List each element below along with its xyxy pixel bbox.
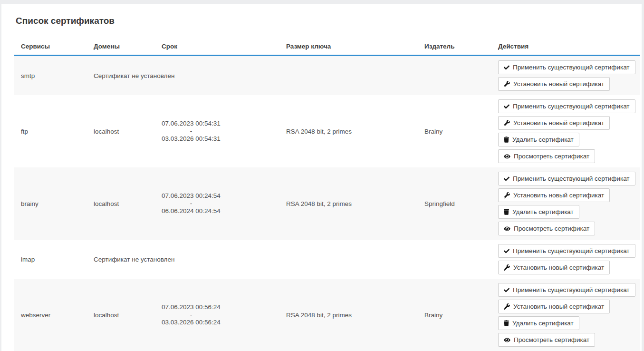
service-cell: brainy [14,167,87,240]
install-certificate-button[interactable]: Установить новый сертификат [498,188,610,202]
issuer-cell: Brainy [418,279,491,351]
eye-icon [504,337,510,343]
trash-icon [504,209,509,215]
install-certificate-button[interactable]: Установить новый сертификат [498,116,610,130]
apply-certificate-button[interactable]: Применить существующий сертификат [498,172,635,185]
service-cell: imap [14,240,87,279]
table-row-brainy: brainylocalhost07.06.2023 00:24:54-06.06… [14,167,640,240]
actions-cell: Применить существующий сертификатУстанов… [491,95,640,167]
button-label: Установить новый сертификат [513,264,604,271]
apply-certificate-button[interactable]: Применить существующий сертификат [498,60,635,74]
delete-certificate-button[interactable]: Удалить сертификат [498,205,579,219]
install-certificate-button[interactable]: Установить новый сертификат [498,261,610,274]
button-label: Удалить сертификат [512,136,574,143]
column-header-keysize: Размер ключа [279,40,418,56]
certificate-not-installed-cell: Сертификат не установлен [87,240,491,279]
button-label: Просмотреть сертификат [514,153,589,160]
term-cell: 07.06.2023 00:24:54-06.06.2024 00:24:54 [155,167,279,240]
service-cell: ftp [14,95,87,167]
key-size-cell: RSA 2048 bit, 2 primes [279,279,418,351]
key-size-cell: RSA 2048 bit, 2 primes [279,167,418,240]
key-size-cell: RSA 2048 bit, 2 primes [279,95,418,167]
actions-group: Применить существующий сертификатУстанов… [498,244,634,274]
term-range: 07.06.2023 00:56:24-03.03.2026 00:56:24 [162,303,221,326]
view-certificate-button[interactable]: Просмотреть сертификат [498,222,595,235]
term-range: 07.06.2023 00:24:54-06.06.2024 00:24:54 [162,192,221,215]
term-to: 03.03.2026 00:54:31 [162,135,221,143]
apply-certificate-button[interactable]: Применить существующий сертификат [498,99,635,113]
actions-cell: Применить существующий сертификатУстанов… [491,240,640,279]
button-label: Установить новый сертификат [513,80,604,88]
domain-cell: localhost [87,279,155,351]
term-cell: 07.06.2023 00:56:24-03.03.2026 00:56:24 [155,279,279,351]
table-row-webserver: webserverlocalhost07.06.2023 00:56:24-03… [14,279,640,351]
wrench-icon [504,303,510,310]
table-row-smtp: smtpСертификат не установленПрименить су… [14,56,640,96]
actions-cell: Применить существующий сертификатУстанов… [491,56,640,96]
table-row-imap: imapСертификат не установленПрименить су… [14,240,640,279]
eye-icon [504,154,510,159]
certificates-table: Сервисы Домены Срок Размер ключа Издател… [14,40,640,351]
actions-cell: Применить существующий сертификатУстанов… [491,279,640,351]
button-label: Удалить сертификат [512,320,574,327]
issuer-cell: Springfield [418,167,491,240]
service-cell: webserver [14,279,87,351]
column-header-term: Срок [155,40,279,56]
button-label: Удалить сертификат [512,208,574,215]
button-label: Установить новый сертификат [513,119,604,127]
delete-certificate-button[interactable]: Удалить сертификат [498,316,579,330]
actions-group: Применить существующий сертификатУстанов… [498,99,634,163]
check-icon [504,65,509,70]
actions-group: Применить существующий сертификатУстанов… [498,283,634,347]
button-label: Просмотреть сертификат [514,336,589,343]
button-label: Применить существующий сертификат [513,247,630,254]
term-separator: - [162,127,221,135]
button-label: Применить существующий сертификат [513,64,630,71]
column-header-services: Сервисы [14,40,87,56]
certificate-not-installed-cell: Сертификат не установлен [87,56,491,96]
table-body: smtpСертификат не установленПрименить су… [14,56,640,351]
actions-group: Применить существующий сертификатУстанов… [498,172,634,235]
term-from: 07.06.2023 00:54:31 [162,120,221,127]
eye-icon [504,226,510,232]
certificates-panel: Список сертификатов Сервисы Домены Срок … [1,4,642,351]
table-header-row: Сервисы Домены Срок Размер ключа Издател… [14,40,640,56]
actions-cell: Применить существующий сертификатУстанов… [491,167,640,240]
check-icon [504,104,509,109]
wrench-icon [504,264,510,271]
domain-cell: localhost [87,167,155,240]
wrench-icon [504,81,510,87]
delete-certificate-button[interactable]: Удалить сертификат [498,133,579,146]
view-certificate-button[interactable]: Просмотреть сертификат [498,149,595,163]
check-icon [504,287,509,293]
actions-group: Применить существующий сертификатУстанов… [498,60,634,91]
apply-certificate-button[interactable]: Применить существующий сертификат [498,244,635,258]
term-to: 03.03.2026 00:56:24 [162,319,221,326]
issuer-cell: Brainy [418,95,491,167]
trash-icon [504,320,509,326]
install-certificate-button[interactable]: Установить новый сертификат [498,77,610,91]
term-cell: 07.06.2023 00:54:31-03.03.2026 00:54:31 [155,95,279,167]
wrench-icon [504,192,510,198]
page-title: Список сертификатов [16,16,640,26]
term-to: 06.06.2024 00:24:54 [162,207,221,215]
trash-icon [504,136,509,143]
term-separator: - [162,311,221,319]
apply-certificate-button[interactable]: Применить существующий сертификат [498,283,635,297]
term-range: 07.06.2023 00:54:31-03.03.2026 00:54:31 [162,120,221,143]
button-label: Применить существующий сертификат [513,175,630,182]
term-separator: - [162,200,221,207]
service-cell: smtp [14,56,87,96]
view-certificate-button[interactable]: Просмотреть сертификат [498,333,595,347]
term-from: 07.06.2023 00:56:24 [162,303,221,311]
wrench-icon [504,120,510,126]
column-header-domains: Домены [87,40,155,56]
term-from: 07.06.2023 00:24:54 [162,192,221,200]
check-icon [504,176,509,182]
button-label: Просмотреть сертификат [514,225,589,232]
install-certificate-button[interactable]: Установить новый сертификат [498,300,610,313]
column-header-actions: Действия [491,40,640,56]
table-row-ftp: ftplocalhost07.06.2023 00:54:31-03.03.20… [14,95,640,167]
button-label: Установить новый сертификат [513,303,604,310]
column-header-issuer: Издатель [418,40,491,56]
